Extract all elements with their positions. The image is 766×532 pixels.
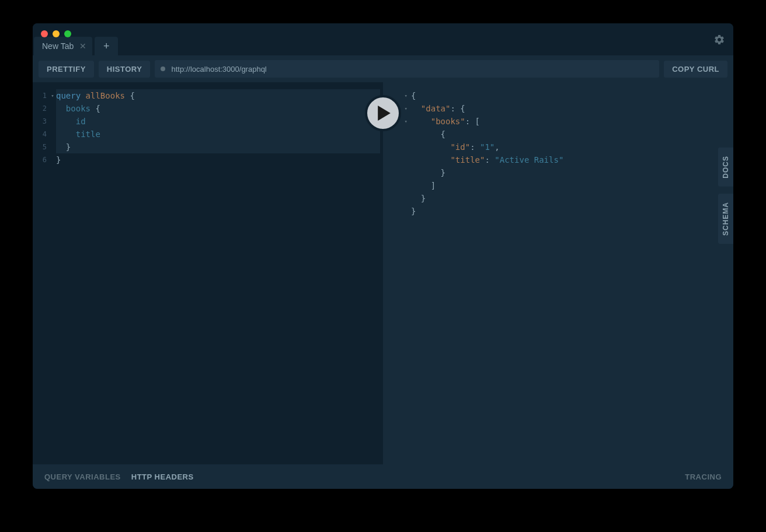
prettify-button[interactable]: PRETTIFY	[39, 61, 94, 78]
schema-tab[interactable]: SCHEMA	[718, 194, 733, 244]
code-content: "id": "1",	[411, 141, 500, 153]
code-content: {	[411, 128, 445, 141]
settings-icon[interactable]	[713, 34, 725, 48]
code-content: }	[56, 141, 71, 153]
footer: QUERY VARIABLES HTTP HEADERS TRACING	[33, 464, 733, 489]
fold-icon	[383, 153, 411, 166]
response-line: ▾{	[383, 89, 733, 102]
main-area: 1▾query allBooks {2 books {3 id4 title5 …	[33, 82, 733, 464]
code-content: query allBooks {	[56, 89, 135, 102]
code-content: }	[411, 166, 445, 179]
fold-icon	[383, 141, 411, 153]
code-content: ]	[411, 179, 436, 192]
response-line: "title": "Active Rails"	[383, 153, 733, 166]
response-line: }	[383, 166, 733, 179]
tab-label: New Tab	[42, 41, 74, 51]
code-content: books {	[56, 102, 100, 115]
new-tab-button[interactable]: +	[95, 37, 118, 55]
response-line: }	[383, 192, 733, 205]
code-content: "data": {	[411, 102, 465, 115]
editor-line: 5 }	[33, 141, 383, 153]
window-controls	[33, 23, 71, 37]
line-number: 2	[33, 102, 49, 115]
line-number: 5	[33, 141, 49, 153]
response-line: "id": "1",	[383, 141, 733, 153]
editor-line: 1▾query allBooks {	[33, 89, 383, 102]
code-content: id	[56, 115, 86, 128]
fold-icon	[49, 115, 56, 128]
line-number: 1	[33, 89, 49, 102]
tracing-tab[interactable]: TRACING	[685, 473, 722, 481]
fold-icon	[49, 102, 56, 115]
endpoint-input[interactable]	[171, 65, 653, 74]
response-line: {	[383, 128, 733, 141]
fold-icon	[49, 141, 56, 153]
fold-icon	[383, 166, 411, 179]
docs-tab[interactable]: DOCS	[718, 148, 733, 187]
play-icon	[378, 106, 391, 121]
query-variables-tab[interactable]: QUERY VARIABLES	[44, 473, 121, 481]
code-content: }	[56, 153, 61, 166]
code-content: {	[411, 89, 416, 102]
fold-icon	[49, 128, 56, 141]
code-content: title	[56, 128, 100, 141]
close-tab-icon[interactable]: ✕	[79, 41, 86, 51]
line-number: 3	[33, 115, 49, 128]
code-content: }	[411, 192, 426, 205]
history-button[interactable]: HISTORY	[99, 61, 151, 78]
editor-line: 3 id	[33, 115, 383, 128]
execute-button[interactable]	[365, 95, 401, 131]
endpoint-status-icon	[161, 66, 165, 71]
response-line: ]	[383, 179, 733, 192]
response-line: ▾ "books": [	[383, 115, 733, 128]
fold-icon	[49, 153, 56, 166]
fold-icon[interactable]: ▾	[49, 89, 56, 102]
playground-window: New Tab ✕ + PRETTIFY HISTORY COPY CURL 1…	[33, 23, 733, 489]
maximize-window-icon[interactable]	[64, 30, 71, 37]
copy-curl-button[interactable]: COPY CURL	[664, 61, 727, 78]
minimize-window-icon[interactable]	[53, 30, 60, 37]
side-tabs: DOCS SCHEMA	[718, 148, 733, 244]
code-content: "books": [	[411, 115, 480, 128]
titlebar: New Tab ✕ +	[33, 23, 733, 55]
line-number: 6	[33, 153, 49, 166]
http-headers-tab[interactable]: HTTP HEADERS	[131, 473, 194, 481]
code-content: "title": "Active Rails"	[411, 153, 563, 166]
fold-icon	[383, 179, 411, 192]
fold-icon	[383, 205, 411, 218]
fold-icon	[383, 192, 411, 205]
toolbar: PRETTIFY HISTORY COPY CURL	[33, 55, 733, 82]
response-panel[interactable]: ▾{▾ "data": {▾ "books": [ { "id": "1", "…	[383, 82, 733, 464]
editor-line: 4 title	[33, 128, 383, 141]
line-number: 4	[33, 128, 49, 141]
endpoint-field[interactable]	[155, 60, 659, 78]
editor-line: 2 books {	[33, 102, 383, 115]
tab-new[interactable]: New Tab ✕	[34, 37, 92, 55]
close-window-icon[interactable]	[41, 30, 48, 37]
response-line: }	[383, 205, 733, 218]
code-content: }	[411, 205, 416, 218]
editor-line: 6}	[33, 153, 383, 166]
query-editor[interactable]: 1▾query allBooks {2 books {3 id4 title5 …	[33, 82, 383, 464]
response-line: ▾ "data": {	[383, 102, 733, 115]
